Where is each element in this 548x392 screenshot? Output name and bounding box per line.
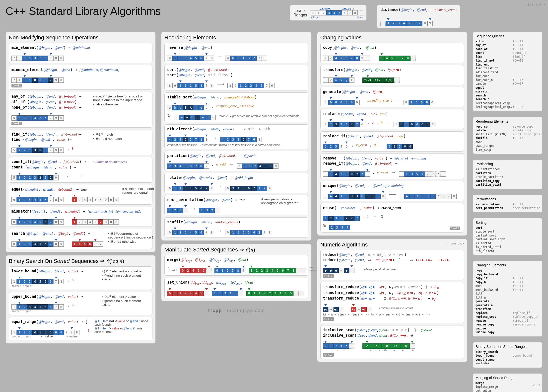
ret: true [81,187,87,191]
arg-old: old [371,112,375,116]
column-3: Changing Values copy(@begin, @end, @out)… [317,32,467,392]
new-value: 0 [374,143,376,147]
arg: @begin [38,295,50,299]
arg: @begin [32,160,43,164]
card-nth-element: nth_element(@begin, @nth, @end) ≤ nth ≥ … [164,124,308,149]
sidebar-title: Sorting [476,220,540,225]
sidebar-item: unique_copy [476,330,540,334]
fn-name: replace [323,112,339,116]
sidebar-item: lexicographical_compare_three_way(C++20) [476,105,540,109]
fn-name: transform_reduce [323,296,359,301]
bullet: @1ˢᵗ match [93,132,150,136]
card-reduce: reduce(@begin, @end, ω = ●{}, ⊕ = ○+○) r… [320,250,464,280]
arg: @end [46,105,54,109]
fn-name: erase [323,206,334,210]
formula: Rf = ω + f(●₀) + f(●₁) + ··· R⊗ = ω + (●… [323,313,461,316]
arg: @begin [29,132,41,136]
numeric-header-label: <numeric> [447,241,464,245]
sidebar-title: Sequence Queries [476,34,540,39]
section-title: Binary Search On Sorted Sequences ⇒ 𝒪(lo… [9,258,152,264]
arg: @end [55,46,64,50]
arg-new: new [398,134,404,138]
fn-name: lower_bound [11,269,36,273]
iterator-header-label: <iterator> [526,2,545,6]
fn-name: partition [167,154,187,158]
sidebar-item: swap_ranges [476,144,540,148]
arg-f: f(○)↦bool [375,161,391,165]
fn-name: find_if [11,132,27,137]
arg: @end [55,320,64,324]
sidebar-item: generate [476,300,540,304]
card-shuffle: shuffle(@begin, @end, random_engine) 012… [164,217,308,237]
arg: @end [202,46,210,50]
sidebar-item: partition_point [476,183,540,187]
value-label: 8 [72,147,74,150]
arg: @begin [38,46,50,50]
sidebar-item: move(C++11) [476,284,540,288]
page-title: C++ Standard Library Algorithms [5,5,161,17]
card-erase: erase( container , value) → erased_count… [320,203,464,233]
note: if all elements in both ranges are equal [122,187,154,194]
cpp11-tag: C++11 [11,122,22,125]
sidebar-item: search [476,94,540,98]
arg: @end [48,160,57,164]
fn-name: generate [323,89,341,94]
sidebar-item: equal_range [476,358,540,362]
fn-name: reduce [323,252,337,257]
arg: @end [46,94,54,98]
column-2: Reordering Elements reverse(@begin, @end… [161,32,311,392]
card-replace: replace(@begin, @end, old, new) 12324226… [320,109,464,129]
sidebar-item: for_each_n(C++17) [476,78,540,82]
fn-name: all_of [11,100,25,104]
predicate-name: is_even [377,170,388,174]
sidebar-permutations: Permutationsis_permutation(C++11)next_pe… [473,195,543,213]
sidebar-item: merge [476,381,540,385]
arg: @end [41,138,50,142]
fn-name: min_element [11,45,36,50]
arg-v: value [68,269,76,273]
iterator-ranges-card: Iterator Ranges @begin+3 @begin+6 012 3 … [290,5,367,21]
sidebar-item: is_sorted_until [476,245,540,249]
ret: number of occurrences [93,160,127,164]
card-minmax-element: minmax_element(@begin, @end){@minimum, @… [9,65,152,90]
card-upper-bound: upper_bound(@begin, @end, value) → 11234… [9,292,152,315]
sidebar-item: partial_sort [476,234,540,238]
arg: @begin2 [65,209,79,213]
lt-value-label: < value [41,335,53,338]
arg: @end1 [42,232,53,235]
arg: @begin [25,138,37,142]
sidebar-item: find_end [476,63,540,67]
sidebar-item: search_n [476,97,540,101]
sidebar-item: find_first_of [476,67,540,71]
sidebar-item: copy_n(C++11) [476,280,540,284]
card-find: find_if(@begin, @end , f(○)↦bool)→ find … [9,130,152,155]
sidebar-item: move_backward(C++11) [476,288,540,292]
geq-nth-label: ≥ nth [259,127,270,131]
fn-name: shuffle [167,220,183,224]
sidebar-item: find_if_not(C++11) [476,59,540,63]
arg: @end [206,154,215,158]
fn-name: none_of [11,105,27,110]
distance-arg-begin: @begin [401,8,412,12]
fn-name: mismatch [11,209,29,214]
ret: @end_of_ remaining [394,156,426,160]
arg: @end [362,68,370,72]
card-set-union: set_union(@1beg,@1end, @2beg, @2end, @ou… [164,278,308,298]
value-label: 5 [72,278,74,282]
predicate-name: is_odd [216,162,226,166]
sidebar-item: partial_sort_copy [476,237,540,241]
section-title: Numeric Algorithms [320,241,464,248]
distance-arg-end: @end [417,8,426,12]
value-label: 5 [72,303,74,307]
ret: {@mismatch_in1, @mismatch_in2} [88,209,141,213]
arg-out: @out [366,46,374,50]
arg: @begin [339,253,350,257]
arg: @begin [206,198,217,202]
arg: @end [357,112,366,116]
fn-name: copy [323,45,332,50]
sidebar-item: rotaterotate_copy [476,129,540,133]
arg: container [341,206,355,210]
bullet: @1ˢᵗ element > value [101,295,150,299]
arg-v: value [59,165,67,169]
arg: @begin [190,154,202,158]
